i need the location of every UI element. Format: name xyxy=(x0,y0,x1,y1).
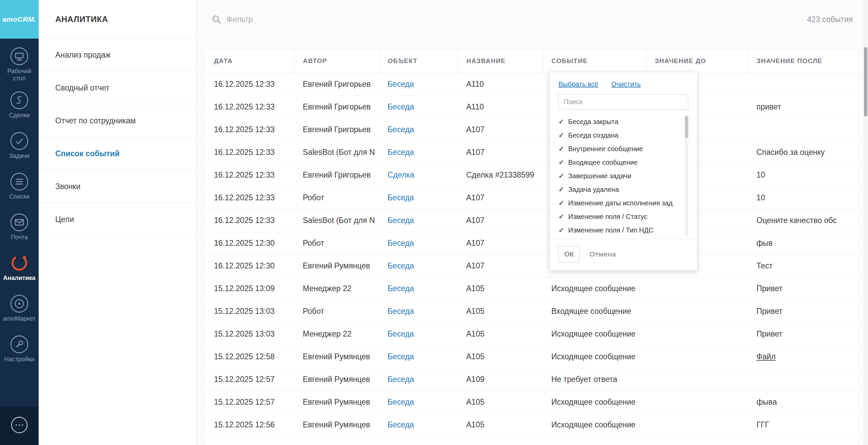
search-icon xyxy=(212,15,221,24)
object-link[interactable]: Беседа xyxy=(388,102,414,111)
object-link[interactable]: Беседа xyxy=(388,398,414,406)
sidebar-item-deals[interactable]: Сделки xyxy=(0,85,39,125)
cell-name: A110 xyxy=(458,96,543,118)
sidebar-item-settings[interactable]: Настройки xyxy=(0,329,39,369)
sidebar-item-label: Настройки xyxy=(2,356,37,363)
menu-item-event-list[interactable]: Список событий xyxy=(39,137,196,170)
sidebar-item-mail[interactable]: Почта xyxy=(0,207,39,247)
sidebar-item-tasks[interactable]: Задачи xyxy=(0,125,39,166)
table-row[interactable]: 16.12.2025 12:33 Евгений Григорьев Сделк… xyxy=(205,164,858,186)
object-link[interactable]: Беседа xyxy=(388,420,414,429)
column-header-event[interactable]: СОБЫТИЕ xyxy=(543,49,646,73)
object-link[interactable]: Беседа xyxy=(388,284,414,293)
vertical-scrollbar-thumb[interactable] xyxy=(864,47,867,117)
table-row[interactable]: 15.12.2025 13:03 Робот Беседа A105 Входя… xyxy=(205,300,858,323)
ok-button[interactable]: ОК xyxy=(558,246,580,262)
select-all-link[interactable]: Выбрать всё xyxy=(558,80,598,88)
cell-author: Менеджер 22 xyxy=(294,323,379,345)
cell-author: Робот xyxy=(294,232,379,255)
table-row[interactable]: 15.12.2025 13:03 Менеджер 22 Беседа A105… xyxy=(205,323,858,345)
filter-input[interactable]: Фильтр xyxy=(226,15,253,24)
vertical-scrollbar[interactable] xyxy=(863,0,868,445)
table-row[interactable]: 16.12.2025 12:33 Робот Беседа A107 10 xyxy=(205,186,858,209)
object-link[interactable]: Беседа xyxy=(388,148,414,157)
filter-search-input[interactable] xyxy=(558,94,688,109)
table-row[interactable]: 16.12.2025 12:30 Робот Беседа A107 фыв xyxy=(205,232,858,255)
table-row[interactable]: 15.12.2025 12:57 Евгений Румянцев Беседа… xyxy=(205,391,858,413)
object-link[interactable]: Сделка xyxy=(388,170,414,179)
cell-date: 15.12.2025 13:09 xyxy=(205,277,294,300)
cell-value-before xyxy=(646,391,748,413)
object-link[interactable]: Беседа xyxy=(388,193,414,202)
sidebar-item-desktop[interactable]: Рабочий стол xyxy=(0,44,39,85)
cell-value-after: ГГГ xyxy=(748,413,858,436)
sidebar-item-lists[interactable]: Списки xyxy=(0,166,39,207)
filter-list-scrollbar-thumb[interactable] xyxy=(685,116,688,138)
table-row[interactable]: 16.12.2025 12:30 Евгений Румянцев Беседа… xyxy=(205,255,858,277)
sidebar-item-amomarket[interactable]: amoМаркет xyxy=(0,288,39,329)
sidebar-nav: Рабочий стол Сделки Задачи xyxy=(0,39,39,406)
column-header-object[interactable]: ОБЪЕКТ xyxy=(379,49,458,73)
support-chat-button[interactable] xyxy=(0,406,39,445)
filter-option[interactable]: ✓ Беседа создана xyxy=(558,128,682,142)
filter-option[interactable]: ✓ Изменение поля / Тип НДС xyxy=(558,223,682,237)
object-link[interactable]: Беседа xyxy=(388,80,414,88)
object-link[interactable]: Беседа xyxy=(388,125,414,134)
object-link[interactable]: Беседа xyxy=(388,375,414,384)
checkmark-icon: ✓ xyxy=(558,118,564,126)
cell-author: Робот xyxy=(294,300,379,323)
filter-option[interactable]: ✓ Входящее сообщение xyxy=(558,156,682,169)
filter-list-scrollbar[interactable] xyxy=(685,116,688,236)
table-row[interactable]: 15.12.2025 12:58 Евгений Румянцев Беседа… xyxy=(205,345,858,368)
cell-value-after: Привет xyxy=(748,323,858,345)
cell-event: Исходящее сообщение xyxy=(543,277,646,300)
object-link[interactable]: Беседа xyxy=(388,307,414,316)
filter-option[interactable]: ✓ Внутреннее сообщение xyxy=(558,142,682,156)
table-row[interactable]: 16.12.2025 12:33 SalesBot (Бот для N Бес… xyxy=(205,141,858,164)
column-header-value-after[interactable]: ЗНАЧЕНИЕ ПОСЛЕ xyxy=(748,49,858,73)
clear-link[interactable]: Очистить xyxy=(611,80,641,88)
filter-option[interactable]: ✓ Задача удалена xyxy=(558,183,682,196)
filter-option[interactable]: ✓ Изменение поля / Статус xyxy=(558,210,682,223)
file-link[interactable]: Файл xyxy=(756,352,776,361)
table-row[interactable]: 16.12.2025 12:33 Евгений Григорьев Бесед… xyxy=(205,118,858,141)
menu-item-sales-analysis[interactable]: Анализ продаж xyxy=(39,39,196,72)
table-row[interactable]: 15.12.2025 13:09 Менеджер 22 Беседа A105… xyxy=(205,277,858,300)
menu-item-calls[interactable]: Звонки xyxy=(39,170,196,203)
cell-name: A107 xyxy=(458,141,543,164)
cell-name: A105 xyxy=(458,413,543,436)
filter-option[interactable]: ✓ Беседа закрыта xyxy=(558,115,682,128)
table-row[interactable]: 15.12.2025 12:57 Евгений Румянцев Беседа… xyxy=(205,368,858,391)
cell-object: Беседа xyxy=(379,277,458,300)
analytics-sidebar: АНАЛИТИКА Анализ продаж Сводный отчет От… xyxy=(39,0,197,445)
cell-value-before xyxy=(646,413,748,436)
table-row[interactable]: 16.12.2025 12:33 SalesBot (Бот для N Бес… xyxy=(205,209,858,232)
cell-author: Робот xyxy=(294,186,379,209)
object-link[interactable]: Беседа xyxy=(388,216,414,225)
chat-icon xyxy=(10,416,29,436)
menu-item-goals[interactable]: Цели xyxy=(39,203,196,236)
cell-date: 16.12.2025 12:33 xyxy=(205,209,294,232)
filter-option[interactable]: ✓ Изменение даты исполнения зад xyxy=(558,196,682,210)
column-header-value-before[interactable]: ЗНАЧЕНИЕ ДО xyxy=(646,49,748,73)
table-row[interactable]: 15.12.2025 12:56 Евгений Румянцев Беседа… xyxy=(205,413,858,436)
sidebar-item-label: Почта xyxy=(2,234,37,241)
cell-date: 16.12.2025 12:30 xyxy=(205,232,294,255)
filter-option[interactable]: ✓ Завершение задачи xyxy=(558,169,682,183)
column-header-name[interactable]: НАЗВАНИЕ xyxy=(458,49,543,73)
table-row[interactable]: 16.12.2025 12:33 Евгений Григорьев Бесед… xyxy=(205,96,858,118)
object-link[interactable]: Беседа xyxy=(388,239,414,247)
object-link[interactable]: Беседа xyxy=(388,352,414,361)
sidebar-item-analytics[interactable]: Аналитика xyxy=(0,247,39,288)
menu-item-employee-report[interactable]: Отчет по сотрудникам xyxy=(39,104,196,137)
object-link[interactable]: Беседа xyxy=(388,261,414,270)
column-header-date[interactable]: ДАТА xyxy=(205,49,294,73)
filter-option-label: Внутреннее сообщение xyxy=(568,145,643,153)
object-link[interactable]: Беседа xyxy=(388,329,414,338)
cancel-button[interactable]: Отмена xyxy=(589,250,616,258)
table-row[interactable]: 16.12.2025 12:33 Евгений Григорьев Бесед… xyxy=(205,73,858,96)
column-header-author[interactable]: АВТОР xyxy=(294,49,379,73)
menu-item-summary-report[interactable]: Сводный отчет xyxy=(39,72,196,104)
amocrm-logo[interactable]: amoCRM. xyxy=(0,0,39,39)
checkmark-icon: ✓ xyxy=(558,145,564,153)
